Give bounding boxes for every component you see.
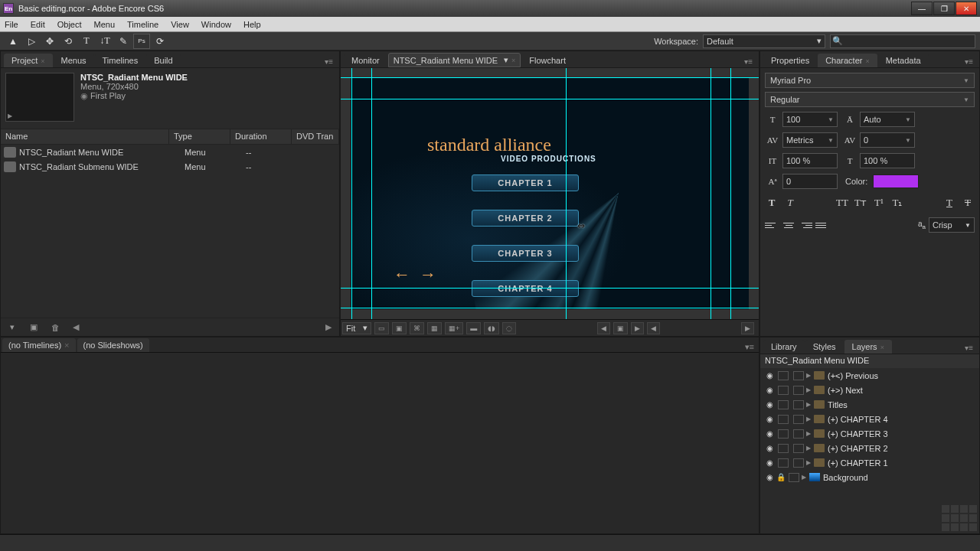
vertical-text-tool-icon[interactable]: ↓T [96,34,113,49]
hscale-input[interactable]: 100 % [860,153,915,168]
visibility-icon[interactable]: ◉ [763,429,776,438]
link-box[interactable] [778,386,789,395]
next-arrow-icon[interactable]: → [420,265,436,285]
link-box[interactable] [778,444,789,453]
subscript-button[interactable]: T₁ [890,197,904,209]
layer-row[interactable]: ◉ ▶ Titles [760,397,979,412]
expand-icon[interactable]: ▶ [806,372,814,379]
underline-button[interactable]: T [942,197,956,209]
guide-line[interactable] [341,288,759,289]
list-item[interactable]: NTSC_Radiant Submenu WIDE Menu -- [1,159,339,174]
tab-no-timelines[interactable]: (no Timelines)× [2,338,76,352]
scroll-left-icon[interactable]: ◀ [70,322,82,332]
guide-line[interactable] [566,68,567,319]
smallcaps-button[interactable]: Tᴛ [854,197,867,209]
panel-menu-icon[interactable]: ▾≡ [963,342,975,354]
select-box[interactable] [793,371,804,380]
layer-row[interactable]: ◉ ▶ (+) CHAPTER 2 [760,441,979,455]
select-box[interactable] [793,444,804,453]
align-justify-button[interactable] [815,219,829,231]
expand-icon[interactable]: ▶ [806,386,814,393]
guide-line[interactable] [341,77,759,78]
lock-icon[interactable]: 🔒 [776,473,786,481]
expand-icon[interactable]: ▶ [806,416,814,422]
align-left-button[interactable] [765,219,779,231]
safe-area-icon[interactable]: ▣ [392,322,407,334]
chapter-button-2[interactable]: CHAPTER 2 [472,210,579,227]
menu-view[interactable]: View [171,20,189,29]
help-search-input[interactable]: 🔍 [830,34,975,48]
select-box[interactable] [789,473,799,482]
prev-arrow-icon[interactable]: ← [394,265,410,285]
routing-icon[interactable]: ⌘ [410,322,424,334]
bold-button[interactable]: T [765,197,779,209]
col-name[interactable]: Name [1,129,169,144]
vscale-input[interactable]: 100 % [782,153,838,168]
tab-layers[interactable]: Layers× [844,340,892,354]
link-box[interactable] [778,458,789,468]
workspace-dropdown[interactable]: Default▾ [703,34,825,48]
chapter-button-3[interactable]: CHAPTER 3 [472,245,579,262]
select-box[interactable] [793,400,804,409]
font-style-dropdown[interactable]: Regular▼ [765,92,975,107]
delete-icon[interactable]: 🗑 [48,321,62,334]
scroll-right-icon[interactable]: ▶ [741,322,754,334]
menu-menu[interactable]: Menu [94,20,116,29]
tab-character[interactable]: Character× [818,54,877,67]
menu-subtitle-text[interactable]: VIDEO PRODUCTIONS [501,155,596,163]
preview-button[interactable]: ▣ [613,322,628,334]
link-box[interactable] [778,400,789,409]
link-box[interactable] [778,371,789,380]
tab-metadata[interactable]: Metadata [878,54,929,67]
visibility-icon[interactable]: ◉ [763,473,776,481]
tab-styles[interactable]: Styles [805,340,844,354]
visibility-icon[interactable]: ◉ [763,386,776,394]
panel-menu-icon[interactable]: ▾≡ [745,342,754,352]
close-button[interactable]: ✕ [956,2,977,15]
list-item[interactable]: NTSC_Radiant Menu WIDE Menu -- [1,145,339,159]
col-dvd[interactable]: DVD Tran [292,129,339,144]
rotate-tool-icon[interactable]: ⟲ [60,34,77,49]
new-sublayer-icon[interactable]: ▦+ [445,322,463,334]
direct-select-tool-icon[interactable]: ▷ [23,34,40,49]
kerning-input[interactable]: Metrics▼ [782,132,838,148]
project-thumbnail[interactable] [5,73,74,122]
guide-line[interactable] [371,68,372,319]
align-right-button[interactable] [799,219,812,231]
layer-row[interactable]: ◉ ▶ (+) CHAPTER 1 [760,455,979,470]
selection-tool-icon[interactable]: ▲ [5,34,21,49]
menu-object[interactable]: Object [57,20,82,29]
visibility-icon[interactable]: ◉ [763,400,776,409]
col-type[interactable]: Type [169,129,230,144]
select-box[interactable] [793,415,804,424]
menu-title-text[interactable]: standard alliance [427,135,551,155]
text-tool-icon[interactable]: T [78,34,95,49]
chapter-button-4[interactable]: CHAPTER 4 [472,280,579,297]
layer-row[interactable]: ◉ ▶ (+) CHAPTER 3 [760,426,979,441]
font-size-input[interactable]: 100▼ [782,112,838,127]
menu-edit[interactable]: Edit [31,20,45,29]
leading-input[interactable]: Auto▼ [860,112,915,127]
font-family-dropdown[interactable]: Myriad Pro▼ [765,73,975,88]
tab-menus[interactable]: Menus [54,54,94,67]
scroll-left-icon[interactable]: ◀ [647,322,660,334]
tab-no-slideshows[interactable]: (no Slideshows) [77,338,149,352]
expand-icon[interactable]: ▶ [806,430,814,437]
tab-monitor[interactable]: Monitor [344,54,387,67]
layer-row[interactable]: ◉ ▶ (+>) Next [760,383,979,397]
layer-row[interactable]: ◉ 🔒 ▶ Background [760,470,979,484]
aspect-icon[interactable]: ▭ [374,322,389,334]
btn-shape-1-icon[interactable]: ▬ [466,322,481,334]
expand-icon[interactable]: ▶ [806,459,814,466]
select-box[interactable] [793,458,804,468]
guide-line[interactable] [341,99,759,99]
layer-row[interactable]: ◉ ▶ (+<) Previous [760,368,979,383]
menu-window[interactable]: Window [201,20,231,29]
visibility-icon[interactable]: ◉ [763,415,776,423]
visibility-icon[interactable]: ◉ [763,444,776,452]
panel-menu-icon[interactable]: ▾≡ [743,56,754,67]
menu-canvas[interactable]: standard alliance VIDEO PRODUCTIONS CHAP… [351,78,749,309]
zoom-dropdown[interactable]: Fit▾ [342,322,371,334]
visibility-icon[interactable]: ◉ [763,458,776,467]
guide-line[interactable] [341,308,759,308]
